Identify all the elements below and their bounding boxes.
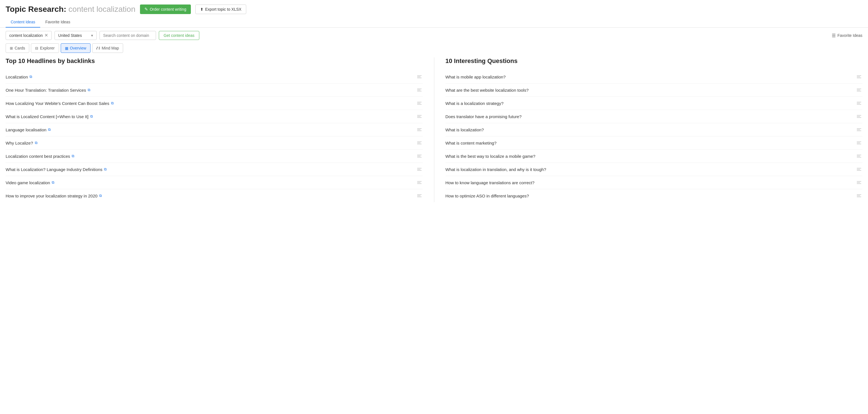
- chevron-down-icon: ▾: [91, 33, 93, 38]
- toolbar: content localization ✕ United States ▾ G…: [0, 28, 868, 43]
- headline-list-item: Localization ⧉: [6, 70, 423, 84]
- add-to-favorites-icon[interactable]: [856, 101, 862, 106]
- add-to-favorites-icon[interactable]: [416, 101, 423, 106]
- add-to-favorites-icon[interactable]: [416, 114, 423, 119]
- questions-list: What is mobile app localization? What ar…: [445, 70, 863, 202]
- external-link-icon[interactable]: ⧉: [104, 167, 106, 172]
- headline-list-item: How to improve your localization strateg…: [6, 189, 423, 202]
- headline-text: One Hour Translation: Translation Servic…: [6, 88, 86, 92]
- favorite-ideas-link[interactable]: ☰ Favorite Ideas: [832, 33, 862, 38]
- headline-text: Video game localization: [6, 180, 50, 185]
- headline-list-item: Video game localization ⧉: [6, 176, 423, 189]
- tab-content-ideas[interactable]: Content Ideas: [6, 17, 40, 28]
- external-link-icon[interactable]: ⧉: [72, 154, 74, 158]
- question-list-item: How to optimize ASO in different languag…: [445, 189, 863, 202]
- add-to-favorites-icon[interactable]: [856, 87, 862, 92]
- question-item-text: What are the best website localization t…: [445, 88, 529, 92]
- table-icon: ⊟: [35, 46, 38, 50]
- question-item-text: What is the best way to localize a mobil…: [445, 154, 535, 159]
- page-header: Topic Research: content localization ✎ O…: [0, 0, 868, 17]
- question-text: What is localization?: [445, 127, 484, 132]
- headline-list-item: What is Localized Content [+When to Use …: [6, 110, 423, 123]
- question-item-text: How to know language translations are co…: [445, 180, 535, 185]
- question-text: What are the best website localization t…: [445, 88, 529, 92]
- add-to-favorites-icon[interactable]: [856, 140, 862, 145]
- tab-favorite-ideas[interactable]: Favorite Ideas: [40, 17, 75, 28]
- add-to-favorites-icon[interactable]: [416, 74, 423, 79]
- headline-list-item: Language localisation ⧉: [6, 123, 423, 137]
- cards-icon: ⊞: [10, 46, 13, 50]
- keyword-value: content localization: [9, 33, 43, 38]
- question-item-text: What is content marketing?: [445, 141, 497, 145]
- add-to-favorites-icon[interactable]: [856, 153, 862, 159]
- question-item-text: How to optimize ASO in different languag…: [445, 194, 529, 198]
- add-to-favorites-icon[interactable]: [416, 87, 423, 92]
- external-link-icon[interactable]: ⧉: [99, 194, 102, 198]
- question-list-item: Does translator have a promising future?: [445, 110, 863, 123]
- headlines-title: Top 10 Headlines by backlinks: [6, 57, 423, 65]
- country-selector[interactable]: United States ▾: [55, 31, 97, 40]
- clear-keyword-button[interactable]: ✕: [44, 33, 48, 38]
- add-to-favorites-icon[interactable]: [856, 114, 862, 119]
- add-to-favorites-icon[interactable]: [416, 153, 423, 159]
- add-to-favorites-icon[interactable]: [856, 127, 862, 132]
- view-tab-explorer[interactable]: ⊟ Explorer: [31, 43, 59, 53]
- add-to-favorites-icon[interactable]: [416, 167, 423, 172]
- question-item-text: What is localization?: [445, 127, 484, 132]
- mindmap-tab-label: Mind Map: [102, 46, 119, 50]
- keyword-tag: content localization ✕: [6, 31, 52, 40]
- main-tabs: Content Ideas Favorite Ideas: [0, 17, 868, 28]
- add-to-favorites-icon[interactable]: [856, 167, 862, 172]
- add-to-favorites-icon[interactable]: [416, 193, 423, 198]
- headline-list-item: How Localizing Your Webite's Content Can…: [6, 97, 423, 110]
- external-link-icon[interactable]: ⧉: [35, 141, 37, 145]
- external-link-icon[interactable]: ⧉: [90, 114, 93, 119]
- headline-list-item: One Hour Translation: Translation Servic…: [6, 84, 423, 97]
- external-link-icon[interactable]: ⧉: [30, 75, 32, 79]
- content-area: Top 10 Headlines by backlinks Localizati…: [0, 57, 868, 202]
- headline-text: How to improve your localization strateg…: [6, 194, 97, 198]
- question-item-text: What is a localization strategy?: [445, 101, 504, 106]
- view-tab-overview[interactable]: ▦ Overview: [61, 43, 91, 53]
- view-tab-cards[interactable]: ⊞ Cards: [6, 43, 29, 53]
- questions-title: 10 Interesting Questions: [445, 57, 863, 65]
- headline-item-text: Why Localize? ⧉: [6, 141, 37, 145]
- external-link-icon[interactable]: ⧉: [52, 180, 54, 185]
- add-to-favorites-icon[interactable]: [856, 74, 862, 79]
- upload-icon: ⬆: [200, 7, 204, 11]
- headline-item-text: Video game localization ⧉: [6, 180, 54, 185]
- add-to-favorites-icon[interactable]: [856, 180, 862, 185]
- headline-text: Language localisation: [6, 127, 46, 132]
- headline-item-text: What is Localized Content [+When to Use …: [6, 114, 93, 119]
- order-content-button[interactable]: ✎ Order content writing: [140, 4, 191, 14]
- cards-tab-label: Cards: [14, 46, 25, 50]
- headlines-list: Localization ⧉ One Hour Translation: Tra…: [6, 70, 423, 202]
- page-title-prefix: Topic Research:: [6, 5, 69, 13]
- headline-text: How Localizing Your Webite's Content Can…: [6, 101, 110, 106]
- search-domain-input[interactable]: [99, 31, 156, 40]
- page-title-keyword: content localization: [69, 5, 135, 13]
- question-list-item: What is the best way to localize a mobil…: [445, 150, 863, 163]
- order-button-label: Order content writing: [150, 7, 186, 11]
- question-text: How to know language translations are co…: [445, 180, 535, 185]
- explorer-tab-label: Explorer: [40, 46, 55, 50]
- headline-item-text: Localization content best practices ⧉: [6, 154, 74, 159]
- headline-list-item: Why Localize? ⧉: [6, 137, 423, 150]
- question-text: What is the best way to localize a mobil…: [445, 154, 535, 159]
- question-list-item: What is localization in translation, and…: [445, 163, 863, 176]
- get-content-ideas-button[interactable]: Get content ideas: [159, 31, 199, 40]
- export-button[interactable]: ⬆ Export topic to XLSX: [195, 4, 246, 14]
- external-link-icon[interactable]: ⧉: [88, 88, 90, 92]
- add-to-favorites-icon[interactable]: [856, 193, 862, 198]
- question-item-text: Does translator have a promising future?: [445, 114, 522, 119]
- add-to-favorites-icon[interactable]: [416, 140, 423, 145]
- add-to-favorites-icon[interactable]: [416, 127, 423, 132]
- headline-list-item: What is Localization? Language Industry …: [6, 163, 423, 176]
- external-link-icon[interactable]: ⧉: [48, 127, 51, 132]
- add-to-favorites-icon[interactable]: [416, 180, 423, 185]
- external-link-icon[interactable]: ⧉: [111, 101, 114, 106]
- question-list-item: What is a localization strategy?: [445, 97, 863, 110]
- view-tab-mindmap[interactable]: ⛙ Mind Map: [92, 43, 123, 53]
- headline-list-item: Localization content best practices ⧉: [6, 150, 423, 163]
- export-button-label: Export topic to XLSX: [205, 7, 242, 11]
